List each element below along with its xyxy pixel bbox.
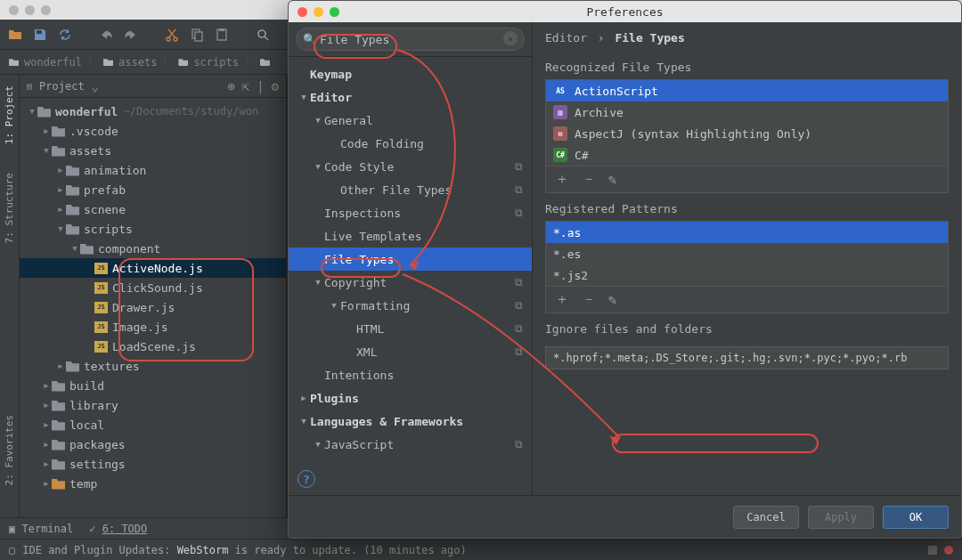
tree-file[interactable]: JSActiveNode.js bbox=[20, 258, 286, 278]
prefs-tree-item[interactable]: ▼Copyright⧉ bbox=[289, 271, 532, 294]
prefs-close[interactable] bbox=[298, 7, 307, 17]
tree-folder[interactable]: ▼component bbox=[20, 239, 286, 258]
terminal-tab[interactable]: ▣ Terminal bbox=[9, 523, 73, 535]
tree-folder[interactable]: ▼scripts bbox=[20, 219, 286, 239]
sync-icon[interactable] bbox=[57, 27, 73, 43]
remove-filetype-icon[interactable]: － bbox=[582, 170, 596, 189]
tree-folder[interactable]: ▶prefab bbox=[20, 180, 286, 199]
tree-folder[interactable]: ▶textures bbox=[20, 356, 286, 376]
ide-traffic-max[interactable] bbox=[41, 5, 51, 15]
redo-icon[interactable] bbox=[123, 27, 139, 43]
edit-pattern-icon[interactable]: ✎ bbox=[608, 291, 617, 308]
prefs-tree-item[interactable]: ▼Formatting⧉ bbox=[289, 294, 532, 317]
prefs-crumb-right: File Types bbox=[615, 31, 684, 45]
ide-traffic-min[interactable] bbox=[25, 5, 35, 15]
collapse-icon[interactable]: ⇱ bbox=[242, 79, 249, 93]
panel-dropdown-icon[interactable]: ⌄ bbox=[92, 79, 99, 93]
prefs-crumb-sep: › bbox=[598, 31, 605, 45]
search-icon[interactable] bbox=[255, 27, 271, 43]
gear-icon[interactable]: ⚙ bbox=[272, 79, 279, 93]
crumb-2[interactable]: scripts bbox=[178, 56, 239, 69]
tree-folder[interactable]: ▶animation bbox=[20, 160, 286, 180]
clear-search-icon[interactable]: ✕ bbox=[503, 31, 518, 45]
locate-icon[interactable]: ⊕ bbox=[227, 79, 234, 93]
svg-rect-6 bbox=[219, 28, 224, 31]
prefs-tree-item[interactable]: Inspections⧉ bbox=[289, 201, 532, 224]
prefs-tree-item[interactable]: ▼Editor bbox=[289, 85, 532, 109]
prefs-search-input[interactable] bbox=[296, 28, 525, 51]
prefs-max[interactable] bbox=[330, 7, 339, 17]
tree-root[interactable]: ▼wonderful~/Documents/study/won bbox=[20, 101, 286, 121]
prefs-tree-item[interactable]: ▼Languages & Frameworks bbox=[289, 410, 532, 433]
cancel-button[interactable]: Cancel bbox=[733, 506, 799, 529]
prefs-tree-item[interactable]: ▶Plugins bbox=[289, 386, 532, 410]
tree-folder[interactable]: ▶library bbox=[20, 395, 286, 415]
prefs-tree-item[interactable]: File Types bbox=[289, 248, 532, 271]
prefs-tree[interactable]: Keymap▼Editor▼GeneralCode Folding▼Code S… bbox=[289, 57, 532, 463]
prefs-tree-item[interactable]: Code Folding bbox=[289, 132, 532, 155]
tree-folder[interactable]: ▶build bbox=[20, 376, 286, 395]
tree-file[interactable]: JSDrawer.js bbox=[20, 297, 286, 317]
prefs-tree-item[interactable]: Live Templates bbox=[289, 224, 532, 248]
prefs-tree-item[interactable]: XML⧉ bbox=[289, 340, 532, 363]
help-icon[interactable]: ? bbox=[298, 470, 315, 488]
crumb-3[interactable] bbox=[260, 58, 272, 66]
status-error-icon[interactable] bbox=[944, 546, 953, 555]
tree-folder[interactable]: ▶temp bbox=[20, 474, 286, 493]
filetype-row[interactable]: ⚙AspectJ (syntax Highlighting Only) bbox=[546, 123, 948, 144]
prefs-tree-item[interactable]: ▼General bbox=[289, 109, 532, 132]
panel-title[interactable]: Project bbox=[39, 80, 85, 93]
prefs-tree-item[interactable]: Other File Types⧉ bbox=[289, 178, 532, 201]
add-filetype-icon[interactable]: ＋ bbox=[555, 170, 569, 189]
tree-folder[interactable]: ▶settings bbox=[20, 454, 286, 474]
prefs-tree-item[interactable]: HTML⧉ bbox=[289, 317, 532, 340]
prefs-tree-item[interactable]: Keymap bbox=[289, 62, 532, 85]
copy-icon[interactable] bbox=[189, 27, 205, 43]
left-gutter: 1: Project 7: Structure 2: Favorites bbox=[0, 75, 20, 517]
prefs-tree-item[interactable]: Intentions bbox=[289, 363, 532, 386]
pattern-row[interactable]: *.es bbox=[546, 243, 948, 264]
open-folder-icon[interactable] bbox=[7, 27, 23, 43]
patterns-list[interactable]: *.as*.es*.js2 bbox=[545, 221, 949, 287]
prefs-button-bar: Cancel Apply OK bbox=[289, 495, 961, 538]
ignore-input[interactable] bbox=[545, 346, 949, 369]
svg-point-1 bbox=[167, 37, 170, 41]
tree-folder[interactable]: ▼assets bbox=[20, 141, 286, 160]
prefs-tree-item[interactable]: ▼Code Style⧉ bbox=[289, 155, 532, 178]
undo-icon[interactable] bbox=[98, 27, 114, 43]
tree-folder[interactable]: ▶scnene bbox=[20, 199, 286, 219]
side-tab-project[interactable]: 1: Project bbox=[2, 80, 17, 150]
prefs-tree-item[interactable]: ▼JavaScript⧉ bbox=[289, 433, 532, 456]
pattern-row[interactable]: *.as bbox=[546, 222, 948, 243]
tree-folder[interactable]: ▶local bbox=[20, 415, 286, 434]
filetype-row[interactable]: ASActionScript bbox=[546, 80, 948, 101]
add-pattern-icon[interactable]: ＋ bbox=[555, 290, 569, 309]
tree-file[interactable]: JSImage.js bbox=[20, 317, 286, 337]
ide-traffic-close[interactable] bbox=[9, 5, 19, 15]
save-all-icon[interactable] bbox=[32, 27, 48, 43]
recognized-list[interactable]: ASActionScript▥Archive⚙AspectJ (syntax H… bbox=[545, 79, 949, 166]
panel-combo-icon[interactable]: ▤ bbox=[27, 81, 32, 91]
status-window-icon[interactable]: ▢ bbox=[9, 544, 15, 556]
tree-file[interactable]: JSClickSound.js bbox=[20, 278, 286, 297]
tree-folder[interactable]: ▶packages bbox=[20, 434, 286, 454]
prefs-min[interactable] bbox=[314, 7, 323, 17]
side-tab-favorites[interactable]: 2: Favorites bbox=[2, 410, 17, 491]
paste-icon[interactable] bbox=[214, 27, 230, 43]
tree-folder[interactable]: ▶.vscode bbox=[20, 121, 286, 141]
apply-button[interactable]: Apply bbox=[808, 506, 874, 529]
remove-pattern-icon[interactable]: － bbox=[582, 290, 596, 309]
filetype-row[interactable]: C#C# bbox=[546, 144, 948, 166]
crumb-0[interactable]: wonderful bbox=[9, 56, 82, 69]
crumb-1[interactable]: assets bbox=[103, 56, 157, 69]
filetype-row[interactable]: ▥Archive bbox=[546, 101, 948, 123]
project-tree[interactable]: ▼wonderful~/Documents/study/won▶.vscode▼… bbox=[20, 98, 286, 517]
status-indicator-1[interactable] bbox=[928, 546, 937, 555]
todo-tab[interactable]: ✓ 6: TODO bbox=[89, 523, 147, 535]
pattern-row[interactable]: *.js2 bbox=[546, 264, 948, 286]
edit-filetype-icon[interactable]: ✎ bbox=[608, 171, 617, 188]
cut-icon[interactable] bbox=[164, 27, 180, 43]
tree-file[interactable]: JSLoadScene.js bbox=[20, 337, 286, 356]
side-tab-structure[interactable]: 7: Structure bbox=[2, 167, 17, 248]
ok-button[interactable]: OK bbox=[883, 506, 949, 529]
